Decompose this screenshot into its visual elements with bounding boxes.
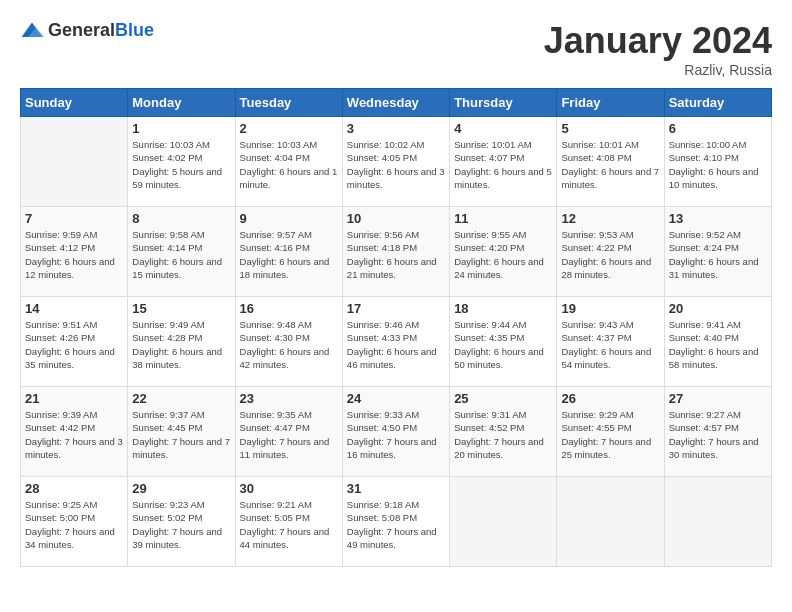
day-number: 1 [132,121,230,136]
day-number: 26 [561,391,659,406]
day-number: 17 [347,301,445,316]
day-number: 22 [132,391,230,406]
day-number: 12 [561,211,659,226]
calendar-cell: 25Sunrise: 9:31 AMSunset: 4:52 PMDayligh… [450,387,557,477]
day-info: Sunrise: 9:46 AMSunset: 4:33 PMDaylight:… [347,318,445,371]
weekday-header: Tuesday [235,89,342,117]
day-number: 10 [347,211,445,226]
day-info: Sunrise: 10:00 AMSunset: 4:10 PMDaylight… [669,138,767,191]
calendar-cell: 15Sunrise: 9:49 AMSunset: 4:28 PMDayligh… [128,297,235,387]
day-info: Sunrise: 9:39 AMSunset: 4:42 PMDaylight:… [25,408,123,461]
logo-icon [20,21,44,41]
weekday-header: Sunday [21,89,128,117]
calendar-cell: 23Sunrise: 9:35 AMSunset: 4:47 PMDayligh… [235,387,342,477]
calendar-cell: 29Sunrise: 9:23 AMSunset: 5:02 PMDayligh… [128,477,235,567]
day-number: 9 [240,211,338,226]
calendar-cell: 2Sunrise: 10:03 AMSunset: 4:04 PMDayligh… [235,117,342,207]
day-info: Sunrise: 9:44 AMSunset: 4:35 PMDaylight:… [454,318,552,371]
calendar-cell: 30Sunrise: 9:21 AMSunset: 5:05 PMDayligh… [235,477,342,567]
day-info: Sunrise: 9:23 AMSunset: 5:02 PMDaylight:… [132,498,230,551]
calendar-cell [664,477,771,567]
day-number: 18 [454,301,552,316]
day-info: Sunrise: 9:35 AMSunset: 4:47 PMDaylight:… [240,408,338,461]
day-info: Sunrise: 9:52 AMSunset: 4:24 PMDaylight:… [669,228,767,281]
day-info: Sunrise: 9:58 AMSunset: 4:14 PMDaylight:… [132,228,230,281]
day-number: 29 [132,481,230,496]
calendar-cell [450,477,557,567]
day-info: Sunrise: 10:03 AMSunset: 4:02 PMDaylight… [132,138,230,191]
calendar-week-row: 21Sunrise: 9:39 AMSunset: 4:42 PMDayligh… [21,387,772,477]
calendar-cell: 10Sunrise: 9:56 AMSunset: 4:18 PMDayligh… [342,207,449,297]
calendar-table: SundayMondayTuesdayWednesdayThursdayFrid… [20,88,772,567]
month-title: January 2024 [544,20,772,62]
calendar-week-row: 14Sunrise: 9:51 AMSunset: 4:26 PMDayligh… [21,297,772,387]
calendar-cell: 11Sunrise: 9:55 AMSunset: 4:20 PMDayligh… [450,207,557,297]
calendar-cell [557,477,664,567]
calendar-cell: 8Sunrise: 9:58 AMSunset: 4:14 PMDaylight… [128,207,235,297]
day-info: Sunrise: 9:57 AMSunset: 4:16 PMDaylight:… [240,228,338,281]
calendar-cell: 3Sunrise: 10:02 AMSunset: 4:05 PMDayligh… [342,117,449,207]
title-area: January 2024 Razliv, Russia [544,20,772,78]
day-number: 7 [25,211,123,226]
day-number: 14 [25,301,123,316]
calendar-cell: 21Sunrise: 9:39 AMSunset: 4:42 PMDayligh… [21,387,128,477]
day-info: Sunrise: 10:02 AMSunset: 4:05 PMDaylight… [347,138,445,191]
calendar-cell: 26Sunrise: 9:29 AMSunset: 4:55 PMDayligh… [557,387,664,477]
day-number: 19 [561,301,659,316]
calendar-cell: 9Sunrise: 9:57 AMSunset: 4:16 PMDaylight… [235,207,342,297]
day-info: Sunrise: 9:43 AMSunset: 4:37 PMDaylight:… [561,318,659,371]
day-info: Sunrise: 9:29 AMSunset: 4:55 PMDaylight:… [561,408,659,461]
calendar-week-row: 7Sunrise: 9:59 AMSunset: 4:12 PMDaylight… [21,207,772,297]
calendar-cell [21,117,128,207]
day-info: Sunrise: 9:25 AMSunset: 5:00 PMDaylight:… [25,498,123,551]
calendar-cell: 5Sunrise: 10:01 AMSunset: 4:08 PMDayligh… [557,117,664,207]
weekday-header: Wednesday [342,89,449,117]
day-number: 24 [347,391,445,406]
day-number: 3 [347,121,445,136]
day-number: 11 [454,211,552,226]
day-number: 30 [240,481,338,496]
calendar-cell: 12Sunrise: 9:53 AMSunset: 4:22 PMDayligh… [557,207,664,297]
day-number: 6 [669,121,767,136]
day-number: 20 [669,301,767,316]
calendar-cell: 16Sunrise: 9:48 AMSunset: 4:30 PMDayligh… [235,297,342,387]
logo-general: GeneralBlue [48,20,154,41]
weekday-header: Thursday [450,89,557,117]
calendar-cell: 1Sunrise: 10:03 AMSunset: 4:02 PMDayligh… [128,117,235,207]
day-number: 8 [132,211,230,226]
day-info: Sunrise: 9:48 AMSunset: 4:30 PMDaylight:… [240,318,338,371]
calendar-header-row: SundayMondayTuesdayWednesdayThursdayFrid… [21,89,772,117]
day-number: 27 [669,391,767,406]
day-info: Sunrise: 10:01 AMSunset: 4:08 PMDaylight… [561,138,659,191]
day-number: 13 [669,211,767,226]
calendar-cell: 19Sunrise: 9:43 AMSunset: 4:37 PMDayligh… [557,297,664,387]
day-info: Sunrise: 9:21 AMSunset: 5:05 PMDaylight:… [240,498,338,551]
day-info: Sunrise: 9:41 AMSunset: 4:40 PMDaylight:… [669,318,767,371]
calendar-cell: 17Sunrise: 9:46 AMSunset: 4:33 PMDayligh… [342,297,449,387]
day-info: Sunrise: 9:18 AMSunset: 5:08 PMDaylight:… [347,498,445,551]
calendar-cell: 22Sunrise: 9:37 AMSunset: 4:45 PMDayligh… [128,387,235,477]
calendar-cell: 31Sunrise: 9:18 AMSunset: 5:08 PMDayligh… [342,477,449,567]
day-number: 16 [240,301,338,316]
calendar-cell: 24Sunrise: 9:33 AMSunset: 4:50 PMDayligh… [342,387,449,477]
calendar-cell: 6Sunrise: 10:00 AMSunset: 4:10 PMDayligh… [664,117,771,207]
day-number: 31 [347,481,445,496]
calendar-week-row: 28Sunrise: 9:25 AMSunset: 5:00 PMDayligh… [21,477,772,567]
day-info: Sunrise: 9:27 AMSunset: 4:57 PMDaylight:… [669,408,767,461]
location-subtitle: Razliv, Russia [544,62,772,78]
day-info: Sunrise: 9:37 AMSunset: 4:45 PMDaylight:… [132,408,230,461]
calendar-cell: 4Sunrise: 10:01 AMSunset: 4:07 PMDayligh… [450,117,557,207]
calendar-cell: 14Sunrise: 9:51 AMSunset: 4:26 PMDayligh… [21,297,128,387]
page-header: GeneralBlue January 2024 Razliv, Russia [20,20,772,78]
day-info: Sunrise: 9:53 AMSunset: 4:22 PMDaylight:… [561,228,659,281]
day-number: 2 [240,121,338,136]
calendar-cell: 27Sunrise: 9:27 AMSunset: 4:57 PMDayligh… [664,387,771,477]
calendar-cell: 20Sunrise: 9:41 AMSunset: 4:40 PMDayligh… [664,297,771,387]
weekday-header: Saturday [664,89,771,117]
day-info: Sunrise: 10:03 AMSunset: 4:04 PMDaylight… [240,138,338,191]
day-number: 15 [132,301,230,316]
calendar-cell: 7Sunrise: 9:59 AMSunset: 4:12 PMDaylight… [21,207,128,297]
day-info: Sunrise: 9:51 AMSunset: 4:26 PMDaylight:… [25,318,123,371]
calendar-week-row: 1Sunrise: 10:03 AMSunset: 4:02 PMDayligh… [21,117,772,207]
calendar-cell: 18Sunrise: 9:44 AMSunset: 4:35 PMDayligh… [450,297,557,387]
